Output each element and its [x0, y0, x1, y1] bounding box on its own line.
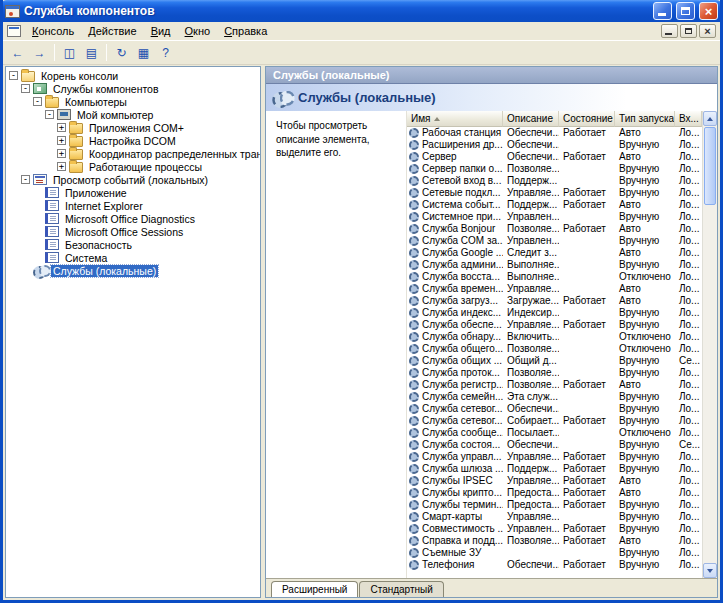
tree-item[interactable]: -Корень консоли	[6, 69, 260, 82]
tree-item[interactable]: -Компьютеры	[6, 95, 260, 108]
menu-item-3[interactable]: Окно	[178, 23, 218, 39]
service-row[interactable]: Совместимость ...Управлен...РаботаетВруч…	[407, 523, 702, 535]
service-row[interactable]: Служба времен...Управляе...АвтоЛо...	[407, 283, 702, 295]
tree-item[interactable]: Microsoft Office Sessions	[6, 225, 260, 238]
service-row[interactable]: Служба общих ...Общий д...ВручнуюСе...	[407, 355, 702, 367]
service-row[interactable]: Справка и подд...Позволяе...РаботаетАвто…	[407, 535, 702, 547]
service-row[interactable]: Смарт-картыУправляе...ВручнуюЛо...	[407, 511, 702, 523]
menu-item-0[interactable]: Консоль	[25, 23, 81, 39]
service-row[interactable]: Службы термин...Предоста...РаботаетВручн…	[407, 499, 702, 511]
collapse-icon[interactable]: -	[45, 110, 54, 119]
tree-item[interactable]: +Работающие процессы	[6, 160, 260, 173]
service-row[interactable]: Служба сетевог...Собирает...РаботаетВруч…	[407, 415, 702, 427]
service-row[interactable]: Службы IPSECУправляе...РаботаетАвтоЛо...	[407, 475, 702, 487]
service-row[interactable]: Служба управл...Управляе...РаботаетВручн…	[407, 451, 702, 463]
service-cell: Ло...	[675, 547, 702, 559]
tree-item[interactable]: -Мой компьютер	[6, 108, 260, 121]
service-row[interactable]: Служба индекс...Индексир...ВручнуюЛо...	[407, 307, 702, 319]
service-row[interactable]: Служба проток...Позволяе...ВручнуюЛо...	[407, 367, 702, 379]
tree-item[interactable]: Internet Explorer	[6, 199, 260, 212]
column-header-3[interactable]: Тип запуска	[615, 111, 675, 127]
menu-item-4[interactable]: Справка	[217, 23, 274, 39]
service-gear-icon	[409, 128, 419, 138]
tree-item[interactable]: -Службы компонентов	[6, 82, 260, 95]
collapse-icon[interactable]: -	[33, 97, 42, 106]
column-header-1[interactable]: Описание	[503, 111, 559, 127]
service-row[interactable]: Служба обнару...Включить...ОтключеноЛо..…	[407, 331, 702, 343]
child-close-button[interactable]	[699, 24, 716, 38]
service-row[interactable]: Сервер папки о...Позволяе...ВручнуюЛо...	[407, 163, 702, 175]
expand-icon[interactable]: +	[57, 123, 66, 132]
child-restore-button[interactable]	[680, 24, 697, 38]
title-bar[interactable]: Службы компонентов	[0, 0, 723, 22]
tree-item[interactable]: Microsoft Office Diagnostics	[6, 212, 260, 225]
service-row[interactable]: Системное при...Управлен...ВручнуюЛо...	[407, 211, 702, 223]
column-header-0[interactable]: Имя	[407, 111, 503, 127]
back-button[interactable]: ←	[7, 43, 28, 63]
service-row[interactable]: Расширения др...Обеспечи...ВручнуюЛо...	[407, 139, 702, 151]
scroll-down-button[interactable]	[703, 563, 717, 578]
scrollbar-track[interactable]	[703, 206, 717, 563]
service-row[interactable]: Служба регистр...Позволяе...РаботаетАвто…	[407, 379, 702, 391]
tree-item[interactable]: Службы (локальные)	[6, 264, 260, 277]
scrollbar-thumb[interactable]	[704, 127, 716, 205]
tree-item[interactable]: Система	[6, 251, 260, 264]
expand-icon[interactable]: +	[57, 136, 66, 145]
tab-standard[interactable]: Стандартный	[359, 581, 443, 597]
expand-icon[interactable]: +	[57, 162, 66, 171]
tab-extended[interactable]: Расширенный	[271, 581, 358, 597]
service-row[interactable]: ТелефонияОбеспечи...РаботаетВручнуюЛо...	[407, 559, 702, 571]
service-row[interactable]: СерверОбеспечи...РаботаетАвтоЛо...	[407, 151, 702, 163]
service-row[interactable]: Служба обеспе...Управляе...РаботаетВручн…	[407, 319, 702, 331]
vertical-scrollbar[interactable]	[702, 111, 717, 578]
close-button[interactable]	[699, 2, 718, 20]
service-row[interactable]: Служба BonjourПозволяе...РаботаетАвтоЛо.…	[407, 223, 702, 235]
menu-item-1[interactable]: Действие	[81, 23, 143, 39]
service-row[interactable]: Сетевые подкл...Управляе...РаботаетВручн…	[407, 187, 702, 199]
service-row[interactable]: Служба Google ...Следит з...АвтоЛо...	[407, 247, 702, 259]
collapse-icon[interactable]: -	[9, 71, 18, 80]
tree-item[interactable]: Безопасность	[6, 238, 260, 251]
minimize-button[interactable]	[653, 2, 672, 20]
child-minimize-button[interactable]	[661, 24, 678, 38]
service-row[interactable]: Служба админи...Выполняе...ВручнуюЛо...	[407, 259, 702, 271]
menu-item-2[interactable]: Вид	[144, 23, 178, 39]
service-row[interactable]: Служба общего...Позволяе...ОтключеноЛо..…	[407, 343, 702, 355]
maximize-button[interactable]	[676, 2, 695, 20]
service-row[interactable]: Система событ...Поддерж...РаботаетАвтоЛо…	[407, 199, 702, 211]
tree-item[interactable]: +Настройка DCOM	[6, 134, 260, 147]
service-row[interactable]: Служба сообще...Посылает...ОтключеноЛо..…	[407, 427, 702, 439]
tree-item[interactable]: -Просмотр событий (локальных)	[6, 173, 260, 186]
forward-button[interactable]: →	[29, 43, 50, 63]
show-tree-button[interactable]: ◫	[59, 43, 80, 63]
collapse-icon[interactable]: -	[21, 84, 30, 93]
tree-item[interactable]: +Координатор распределенных транзакций	[6, 147, 260, 160]
service-row[interactable]: Служба семейн...Эта служ...ВручнуюЛо...	[407, 391, 702, 403]
help-button[interactable]: ?	[155, 43, 176, 63]
service-row[interactable]: Служба загруз...Загружае...РаботаетАвтоЛ…	[407, 295, 702, 307]
refresh-button[interactable]: ↻	[111, 43, 132, 63]
collapse-icon[interactable]: -	[21, 175, 30, 184]
service-row[interactable]: Служба восста...Выполняе...ОтключеноЛо..…	[407, 271, 702, 283]
component-services-icon	[5, 5, 20, 18]
service-gear-icon	[409, 548, 419, 558]
service-cell: Ло...	[675, 367, 702, 379]
service-row[interactable]: Служба состоя...Обеспечи...ВручнуюСе...	[407, 439, 702, 451]
properties-button[interactable]: ▤	[81, 43, 102, 63]
export-list-button[interactable]: ▦	[133, 43, 154, 63]
service-row[interactable]: Съемные ЗУВручнуюЛо...	[407, 547, 702, 559]
column-header-4[interactable]: Вх...	[675, 111, 702, 127]
tree-item[interactable]: +Приложения COM+	[6, 121, 260, 134]
service-row[interactable]: Служба шлюза ...Поддерж...РаботаетВручну…	[407, 463, 702, 475]
service-row[interactable]: Службы крипто...Предоста...РаботаетАвтоЛ…	[407, 487, 702, 499]
service-row[interactable]: Служба COM за...Управлен...ВручнуюЛо...	[407, 235, 702, 247]
column-header-2[interactable]: Состояние	[559, 111, 615, 127]
expand-icon[interactable]: +	[57, 149, 66, 158]
service-row[interactable]: Сетевой вход в...Поддерж...ВручнуюЛо...	[407, 175, 702, 187]
service-row[interactable]: Служба сетевог...Обеспечи...ВручнуюЛо...	[407, 403, 702, 415]
service-gear-icon	[409, 488, 419, 498]
console-window-icon[interactable]	[7, 25, 21, 37]
service-row[interactable]: Рабочая станцияОбеспечи...РаботаетАвтоЛо…	[407, 127, 702, 139]
scroll-up-button[interactable]	[703, 111, 717, 126]
tree-item[interactable]: Приложение	[6, 186, 260, 199]
